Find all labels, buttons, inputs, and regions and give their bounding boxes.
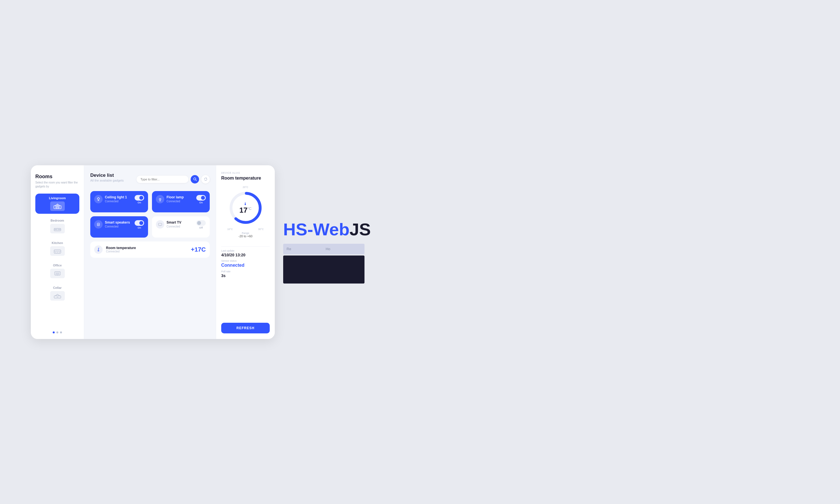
banner-subtitle-text: Re Ho <box>286 247 330 251</box>
poll-rate-label: Poll rate <box>221 270 270 273</box>
dot-2 <box>56 331 58 334</box>
svg-point-18 <box>193 178 196 180</box>
sidebar-title: Rooms <box>35 174 80 180</box>
smart-speakers-icon <box>94 220 103 229</box>
sidebar-item-label-office: Office <box>53 264 62 267</box>
smart-speakers-toggle-label: On <box>138 227 141 229</box>
dot-1 <box>53 331 55 334</box>
banner-hs: HS-Web <box>283 220 350 239</box>
svg-rect-10 <box>55 252 56 253</box>
device-card-smart-tv[interactable]: Smart TV Connected Off <box>152 216 210 238</box>
sidebar-item-office[interactable]: Office <box>35 261 80 281</box>
svg-point-34 <box>98 250 99 251</box>
alias-label: Device alias <box>221 172 270 174</box>
gauge-labels-row: 10°C 30°C <box>227 228 264 231</box>
sensor-status-value: Connected <box>221 263 270 268</box>
banner-dark-box <box>283 255 365 284</box>
poll-rate-value: 3s <box>221 273 270 278</box>
svg-point-29 <box>98 224 99 225</box>
right-banner: HS-WebJS Re Ho <box>275 204 840 300</box>
info-row-last-update: Last update 4/10/20 13:20 <box>221 249 270 257</box>
sensor-status-label: Sensor status <box>221 259 270 262</box>
svg-point-20 <box>98 198 100 199</box>
smart-speakers-toggle[interactable] <box>135 220 144 226</box>
sidebar-item-kitchen[interactable]: Kitchen <box>35 238 80 258</box>
gauge-container: 🌡 17°C <box>227 190 264 226</box>
floor-lamp-toggle-wrap: On <box>196 195 206 204</box>
sidebar-item-bedroom[interactable]: Bedroom <box>35 216 80 236</box>
search-input[interactable] <box>137 176 188 183</box>
floor-lamp-icon <box>156 195 164 203</box>
smart-speakers-status: Connected <box>105 225 130 228</box>
svg-rect-12 <box>59 252 60 253</box>
svg-rect-31 <box>158 223 162 226</box>
svg-rect-17 <box>57 297 58 298</box>
smart-tv-name: Smart TV <box>167 220 181 224</box>
smart-tv-toggle[interactable] <box>196 220 206 226</box>
ceiling-light-icon <box>94 195 103 203</box>
ceiling-light-toggle-wrap: On <box>135 195 144 204</box>
device-card-floor-lamp[interactable]: Floor lamp Connected On <box>152 191 210 212</box>
floor-lamp-status: Connected <box>167 200 183 203</box>
banner-title: HS-WebJS <box>283 221 371 238</box>
device-card-smart-speakers[interactable]: Smart speakers Connected On <box>90 216 148 238</box>
page-wrapper: Rooms Select the room you want filter th… <box>0 0 840 504</box>
sidebar-item-label-kitchen: Kitchen <box>52 241 63 245</box>
svg-point-30 <box>98 223 99 224</box>
alias-title: Room temperature <box>221 175 270 181</box>
refresh-button[interactable]: REFRESH <box>221 323 270 334</box>
search-button[interactable] <box>191 175 199 183</box>
banner-js: JS <box>350 220 371 239</box>
device-list-panel: Device list All the available gadgets <box>84 165 216 339</box>
list-refresh-button[interactable] <box>201 175 210 183</box>
temperature-value: +17C <box>191 246 206 253</box>
floor-lamp-name: Floor lamp <box>167 195 183 199</box>
device-card-ceiling-light[interactable]: Ceiling light 1 Connected On <box>90 191 148 212</box>
ceiling-light-toggle-label: On <box>138 201 141 204</box>
ceiling-light-name: Ceiling light 1 <box>105 195 127 199</box>
temperature-icon <box>94 246 103 254</box>
gauge-top-label: 20°C <box>243 186 248 188</box>
divider-1 <box>221 246 270 247</box>
detail-panel: Device alias Room temperature 20°C 🌡 17°… <box>216 165 275 339</box>
banner-subtitle-bar: Re Ho <box>283 244 365 254</box>
sidebar-item-livingroom[interactable]: Livingroom <box>35 194 80 214</box>
pagination-dots <box>35 327 80 334</box>
temperature-device-name: Room temperature <box>106 246 136 250</box>
sidebar-item-label-livingroom: Livingroom <box>49 196 66 200</box>
last-update-value: 4/10/20 13:20 <box>221 253 270 257</box>
floor-lamp-toggle-label: On <box>199 201 203 204</box>
gauge-right-label: 30°C <box>258 228 264 231</box>
svg-rect-14 <box>55 273 59 274</box>
svg-line-19 <box>196 180 196 181</box>
smart-tv-icon <box>156 220 164 229</box>
main-card: Rooms Select the room you want filter th… <box>31 165 275 339</box>
svg-rect-3 <box>56 207 59 209</box>
smart-tv-toggle-label: Off <box>199 227 203 229</box>
svg-rect-11 <box>57 252 58 253</box>
smart-tv-status: Connected <box>167 225 181 228</box>
ceiling-light-toggle[interactable] <box>135 195 144 201</box>
office-icon <box>50 269 65 278</box>
sidebar-item-label-bedroom: Bedroom <box>51 219 64 222</box>
gauge-wrap: 20°C 🌡 17°C 10°C 30°C <box>221 186 270 241</box>
info-row-poll-rate: Poll rate 3s <box>221 270 270 278</box>
sidebar-item-label-cellar: Cellar <box>53 286 62 289</box>
gauge-range-value: -20 to +60 <box>239 234 252 238</box>
floor-lamp-toggle[interactable] <box>196 195 206 201</box>
livingroom-icon <box>50 201 65 211</box>
gauge-range-label: Range <box>242 232 249 234</box>
cellar-icon <box>50 291 65 301</box>
gauge-value: 17°C <box>240 205 252 214</box>
device-grid: Ceiling light 1 Connected On <box>90 191 210 258</box>
device-list-header: Device list All the available gadgets <box>90 173 210 186</box>
bedroom-icon <box>50 224 65 233</box>
sidebar: Rooms Select the room you want filter th… <box>31 165 84 339</box>
device-card-room-temperature[interactable]: Room temperature Connected +17C <box>90 241 210 258</box>
svg-rect-8 <box>54 250 61 253</box>
sidebar-item-cellar[interactable]: Cellar <box>35 283 80 303</box>
device-list-title: Device list <box>90 173 134 178</box>
info-row-sensor-status: Sensor status Connected <box>221 259 270 268</box>
gauge-left-label: 10°C <box>227 228 233 231</box>
device-list-subtitle: All the available gadgets <box>90 179 134 182</box>
